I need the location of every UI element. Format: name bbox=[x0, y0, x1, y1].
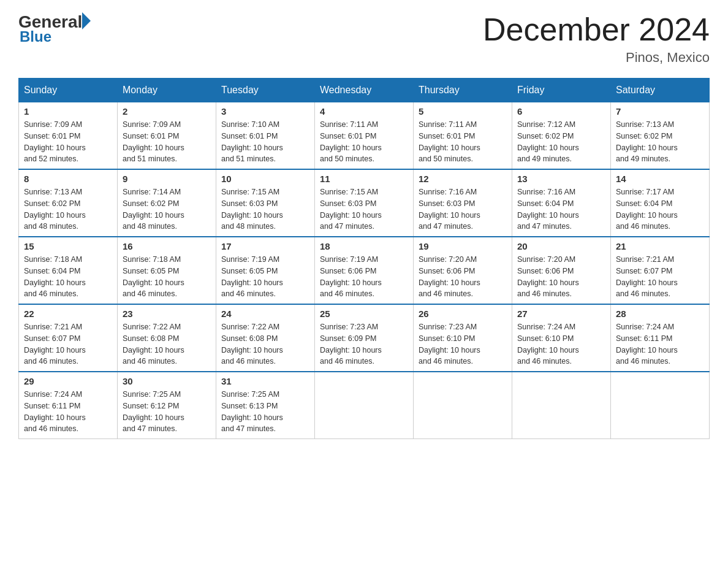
location-subtitle: Pinos, Mexico bbox=[483, 50, 710, 66]
day-info: Sunrise: 7:15 AMSunset: 6:03 PMDaylight:… bbox=[221, 186, 309, 232]
calendar-cell: 13Sunrise: 7:16 AMSunset: 6:04 PMDayligh… bbox=[512, 169, 611, 237]
calendar-cell bbox=[611, 372, 710, 439]
day-number: 5 bbox=[419, 106, 507, 117]
day-info: Sunrise: 7:15 AMSunset: 6:03 PMDaylight:… bbox=[320, 186, 408, 232]
day-number: 10 bbox=[221, 174, 309, 184]
day-number: 27 bbox=[517, 308, 605, 319]
header-friday: Friday bbox=[512, 79, 611, 102]
day-info: Sunrise: 7:17 AMSunset: 6:04 PMDaylight:… bbox=[616, 186, 704, 232]
day-number: 12 bbox=[419, 174, 507, 184]
month-year-title: December 2024 bbox=[483, 12, 710, 47]
day-number: 6 bbox=[517, 106, 605, 117]
day-info: Sunrise: 7:21 AMSunset: 6:07 PMDaylight:… bbox=[616, 254, 704, 300]
day-number: 28 bbox=[616, 308, 704, 319]
calendar-cell: 15Sunrise: 7:18 AMSunset: 6:04 PMDayligh… bbox=[19, 237, 118, 304]
day-info: Sunrise: 7:19 AMSunset: 6:05 PMDaylight:… bbox=[221, 254, 309, 300]
day-number: 22 bbox=[24, 308, 112, 319]
calendar-cell bbox=[315, 372, 414, 439]
header-wednesday: Wednesday bbox=[315, 79, 414, 102]
day-info: Sunrise: 7:23 AMSunset: 6:09 PMDaylight:… bbox=[320, 321, 408, 367]
calendar-cell: 27Sunrise: 7:24 AMSunset: 6:10 PMDayligh… bbox=[512, 304, 611, 372]
day-number: 25 bbox=[320, 308, 408, 319]
calendar-cell: 29Sunrise: 7:24 AMSunset: 6:11 PMDayligh… bbox=[19, 372, 118, 439]
day-number: 19 bbox=[419, 241, 507, 251]
day-number: 18 bbox=[320, 241, 408, 251]
day-number: 20 bbox=[517, 241, 605, 251]
day-number: 21 bbox=[616, 241, 704, 251]
header-thursday: Thursday bbox=[414, 79, 512, 102]
calendar-cell: 31Sunrise: 7:25 AMSunset: 6:13 PMDayligh… bbox=[216, 372, 315, 439]
day-info: Sunrise: 7:21 AMSunset: 6:07 PMDaylight:… bbox=[24, 321, 112, 367]
day-number: 3 bbox=[221, 106, 309, 117]
calendar-cell: 24Sunrise: 7:22 AMSunset: 6:08 PMDayligh… bbox=[216, 304, 315, 372]
day-info: Sunrise: 7:11 AMSunset: 6:01 PMDaylight:… bbox=[419, 119, 507, 165]
day-number: 26 bbox=[419, 308, 507, 319]
day-number: 14 bbox=[616, 174, 704, 184]
calendar-cell: 10Sunrise: 7:15 AMSunset: 6:03 PMDayligh… bbox=[216, 169, 315, 237]
day-number: 9 bbox=[123, 174, 211, 184]
calendar-cell: 8Sunrise: 7:13 AMSunset: 6:02 PMDaylight… bbox=[19, 169, 118, 237]
calendar-table: SundayMondayTuesdayWednesdayThursdayFrid… bbox=[18, 78, 710, 439]
logo-blue-text: Blue bbox=[20, 28, 91, 45]
day-info: Sunrise: 7:13 AMSunset: 6:02 PMDaylight:… bbox=[24, 186, 112, 232]
day-info: Sunrise: 7:22 AMSunset: 6:08 PMDaylight:… bbox=[221, 321, 309, 367]
page-header: General Blue December 2024 Pinos, Mexico bbox=[18, 12, 710, 66]
calendar-cell: 26Sunrise: 7:23 AMSunset: 6:10 PMDayligh… bbox=[414, 304, 512, 372]
calendar-cell: 7Sunrise: 7:13 AMSunset: 6:02 PMDaylight… bbox=[611, 102, 710, 170]
logo: General Blue bbox=[18, 12, 91, 45]
day-number: 16 bbox=[123, 241, 211, 251]
day-info: Sunrise: 7:14 AMSunset: 6:02 PMDaylight:… bbox=[123, 186, 211, 232]
day-number: 7 bbox=[616, 106, 704, 117]
calendar-cell: 9Sunrise: 7:14 AMSunset: 6:02 PMDaylight… bbox=[118, 169, 216, 237]
calendar-cell: 18Sunrise: 7:19 AMSunset: 6:06 PMDayligh… bbox=[315, 237, 414, 304]
day-info: Sunrise: 7:23 AMSunset: 6:10 PMDaylight:… bbox=[419, 321, 507, 367]
day-number: 2 bbox=[123, 106, 211, 117]
calendar-cell: 14Sunrise: 7:17 AMSunset: 6:04 PMDayligh… bbox=[611, 169, 710, 237]
calendar-cell: 21Sunrise: 7:21 AMSunset: 6:07 PMDayligh… bbox=[611, 237, 710, 304]
day-number: 29 bbox=[24, 376, 112, 386]
calendar-cell: 23Sunrise: 7:22 AMSunset: 6:08 PMDayligh… bbox=[118, 304, 216, 372]
calendar-cell: 1Sunrise: 7:09 AMSunset: 6:01 PMDaylight… bbox=[19, 102, 118, 170]
day-info: Sunrise: 7:11 AMSunset: 6:01 PMDaylight:… bbox=[320, 119, 408, 165]
calendar-cell: 5Sunrise: 7:11 AMSunset: 6:01 PMDaylight… bbox=[414, 102, 512, 170]
calendar-header-row: SundayMondayTuesdayWednesdayThursdayFrid… bbox=[19, 79, 710, 102]
day-info: Sunrise: 7:20 AMSunset: 6:06 PMDaylight:… bbox=[517, 254, 605, 300]
day-info: Sunrise: 7:25 AMSunset: 6:13 PMDaylight:… bbox=[221, 389, 309, 435]
logo-arrow-icon bbox=[82, 12, 91, 29]
day-info: Sunrise: 7:20 AMSunset: 6:06 PMDaylight:… bbox=[419, 254, 507, 300]
day-info: Sunrise: 7:22 AMSunset: 6:08 PMDaylight:… bbox=[123, 321, 211, 367]
day-info: Sunrise: 7:16 AMSunset: 6:03 PMDaylight:… bbox=[419, 186, 507, 232]
calendar-cell: 25Sunrise: 7:23 AMSunset: 6:09 PMDayligh… bbox=[315, 304, 414, 372]
day-number: 1 bbox=[24, 106, 112, 117]
day-number: 15 bbox=[24, 241, 112, 251]
calendar-cell: 30Sunrise: 7:25 AMSunset: 6:12 PMDayligh… bbox=[118, 372, 216, 439]
calendar-cell: 4Sunrise: 7:11 AMSunset: 6:01 PMDaylight… bbox=[315, 102, 414, 170]
calendar-cell: 17Sunrise: 7:19 AMSunset: 6:05 PMDayligh… bbox=[216, 237, 315, 304]
calendar-week-row: 29Sunrise: 7:24 AMSunset: 6:11 PMDayligh… bbox=[19, 372, 710, 439]
calendar-cell: 19Sunrise: 7:20 AMSunset: 6:06 PMDayligh… bbox=[414, 237, 512, 304]
day-info: Sunrise: 7:18 AMSunset: 6:04 PMDaylight:… bbox=[24, 254, 112, 300]
day-info: Sunrise: 7:24 AMSunset: 6:11 PMDaylight:… bbox=[616, 321, 704, 367]
day-info: Sunrise: 7:16 AMSunset: 6:04 PMDaylight:… bbox=[517, 186, 605, 232]
calendar-cell: 2Sunrise: 7:09 AMSunset: 6:01 PMDaylight… bbox=[118, 102, 216, 170]
calendar-cell bbox=[512, 372, 611, 439]
calendar-cell: 12Sunrise: 7:16 AMSunset: 6:03 PMDayligh… bbox=[414, 169, 512, 237]
title-section: December 2024 Pinos, Mexico bbox=[483, 12, 710, 66]
calendar-week-row: 8Sunrise: 7:13 AMSunset: 6:02 PMDaylight… bbox=[19, 169, 710, 237]
day-info: Sunrise: 7:10 AMSunset: 6:01 PMDaylight:… bbox=[221, 119, 309, 165]
header-sunday: Sunday bbox=[19, 79, 118, 102]
calendar-cell: 6Sunrise: 7:12 AMSunset: 6:02 PMDaylight… bbox=[512, 102, 611, 170]
day-info: Sunrise: 7:24 AMSunset: 6:10 PMDaylight:… bbox=[517, 321, 605, 367]
day-info: Sunrise: 7:24 AMSunset: 6:11 PMDaylight:… bbox=[24, 389, 112, 435]
day-info: Sunrise: 7:13 AMSunset: 6:02 PMDaylight:… bbox=[616, 119, 704, 165]
calendar-week-row: 22Sunrise: 7:21 AMSunset: 6:07 PMDayligh… bbox=[19, 304, 710, 372]
day-number: 4 bbox=[320, 106, 408, 117]
day-info: Sunrise: 7:25 AMSunset: 6:12 PMDaylight:… bbox=[123, 389, 211, 435]
day-info: Sunrise: 7:12 AMSunset: 6:02 PMDaylight:… bbox=[517, 119, 605, 165]
calendar-cell: 11Sunrise: 7:15 AMSunset: 6:03 PMDayligh… bbox=[315, 169, 414, 237]
header-monday: Monday bbox=[118, 79, 216, 102]
day-number: 13 bbox=[517, 174, 605, 184]
calendar-cell: 20Sunrise: 7:20 AMSunset: 6:06 PMDayligh… bbox=[512, 237, 611, 304]
day-number: 8 bbox=[24, 174, 112, 184]
calendar-cell: 28Sunrise: 7:24 AMSunset: 6:11 PMDayligh… bbox=[611, 304, 710, 372]
